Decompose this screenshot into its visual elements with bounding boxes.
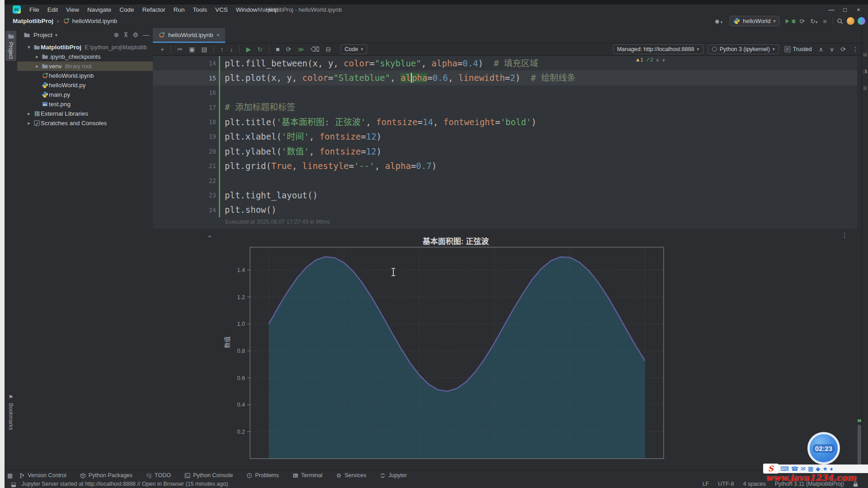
code-line-15[interactable]: 15plt.plot(x, y, color="Slateblue", alph… [153, 70, 857, 85]
code-line-23[interactable]: 23plt.tight_layout() [153, 188, 857, 202]
stop-kernel-icon[interactable]: ■ [273, 46, 283, 53]
code-line-17[interactable]: 17# 添加标题和标签 [153, 100, 857, 114]
jupyter-server-select[interactable]: Managed: http://localhost:8888 ▾ [613, 44, 703, 54]
debug-button[interactable] [790, 18, 797, 24]
tree-chevron-icon[interactable]: ▾ [25, 44, 33, 50]
code-line-24[interactable]: 24plt.show() [153, 202, 857, 217]
right-stripe-icon-1[interactable]: ◨ [863, 69, 867, 74]
search-everywhere-icon[interactable] [836, 18, 844, 25]
run-cell-icon[interactable]: ▶ [243, 46, 254, 53]
kernel-select[interactable]: Python 3 (ipykernel) ▾ [708, 44, 779, 54]
tree-item-matplotlibproj[interactable]: ▾MatplotlibProjE:\python_proj\Matplotlib [17, 42, 153, 52]
collapse-all-icon[interactable]: ⊼ [123, 31, 128, 38]
prev-cell-icon[interactable]: ∧ [816, 46, 826, 53]
minimize-button[interactable]: — [825, 5, 838, 15]
project-panel-title[interactable]: Project [33, 32, 52, 38]
trusted-checkbox[interactable]: ✓ Trusted [784, 46, 812, 52]
toolwindow-problems[interactable]: Problems [246, 472, 279, 479]
avatar[interactable] [847, 17, 854, 25]
collapse-output-icon[interactable]: ⌄ [207, 231, 212, 239]
right-stripe-icon-0[interactable]: ▤ [863, 52, 867, 57]
run-button[interactable] [784, 18, 790, 24]
delete-cell-icon[interactable]: ⊟ [323, 46, 335, 53]
tree-item-main-py[interactable]: main.py [17, 90, 153, 99]
toolwindow-jupyter[interactable]: Jupyter [380, 472, 407, 479]
stop-button[interactable]: ■ [821, 18, 830, 25]
tree-item--ipynb-checkpoints[interactable]: ▸.ipynb_checkpoints [17, 52, 153, 61]
tool-stripe-bookmarks-tab[interactable]: ⚑ Bookmarks [5, 394, 16, 430]
menu-window[interactable]: Window [232, 5, 262, 15]
right-stripe-icon-2[interactable]: ▥ [863, 85, 867, 90]
code-cell[interactable]: 14plt.fill_between(x, y, color="skyblue"… [153, 56, 857, 229]
run-all-icon[interactable]: ↻ [254, 46, 266, 53]
output-options-kebab-icon[interactable]: ⋮ [841, 231, 848, 239]
code-line-19[interactable]: 19plt.xlabel('时间', fontsize=12) [153, 129, 857, 144]
tab-helloworld-ipynb[interactable]: helloWorld.ipynb × [153, 28, 225, 43]
menu-file[interactable]: File [25, 5, 43, 15]
maximize-button[interactable]: □ [838, 5, 852, 15]
code-line-16[interactable]: 16 [153, 85, 857, 100]
toolwindow-python-console[interactable]: Python Console [184, 472, 233, 479]
copy-cell-icon[interactable]: ▣ [186, 46, 198, 53]
tree-item-helloworld-py[interactable]: helloWorld.py [17, 80, 153, 90]
status-message[interactable]: Jupyter Server started at http://localho… [22, 481, 228, 487]
code-line-14[interactable]: 14plt.fill_between(x, y, color="skyblue"… [153, 56, 857, 70]
chevron-up-icon[interactable]: ∧ [656, 57, 659, 62]
restart-kernel-icon[interactable]: ⟳ [283, 46, 294, 53]
pycharm-logo-icon[interactable]: PC [13, 5, 21, 14]
tool-windows-grid-icon[interactable]: ▦ [7, 472, 13, 479]
tree-item-test-png[interactable]: test.png [17, 99, 153, 109]
select-opened-file-icon[interactable]: ⊕ [113, 31, 119, 38]
tab-close-icon[interactable]: × [217, 32, 220, 38]
encoding-widget[interactable]: UTF-8 [718, 481, 734, 487]
tree-chevron-icon[interactable]: ▸ [25, 120, 33, 126]
cell-type-select[interactable]: Code ▾ [340, 44, 367, 54]
menu-edit[interactable]: Edit [43, 5, 62, 15]
toolwindow-version-control[interactable]: Version Control [19, 472, 66, 479]
tool-stripe-project-tab[interactable]: Project [5, 31, 16, 61]
menu-code[interactable]: Code [115, 5, 138, 15]
toolwindow-terminal[interactable]: Terminal [292, 472, 322, 479]
chevron-down-icon[interactable]: ∨ [662, 57, 665, 62]
menu-navigate[interactable]: Navigate [83, 5, 115, 15]
hide-panel-icon[interactable]: — [143, 31, 149, 38]
tree-chevron-icon[interactable]: ▸ [33, 63, 41, 69]
menu-run[interactable]: Run [170, 5, 189, 15]
tree-item-helloworld-ipynb[interactable]: helloWorld.ipynb [17, 71, 153, 80]
close-button[interactable]: × [852, 5, 865, 15]
toolwindow-python-packages[interactable]: Python Packages [80, 472, 132, 479]
settings-gradient-icon[interactable] [858, 17, 865, 25]
editor-scrollbar[interactable] [858, 425, 861, 466]
code-line-20[interactable]: 20plt.ylabel('数值', fontsize=12) [153, 144, 857, 159]
paste-cell-icon[interactable]: ▤ [198, 46, 210, 53]
menu-refactor[interactable]: Refactor [138, 5, 170, 15]
tree-chevron-icon[interactable]: ▸ [25, 111, 33, 117]
run-with-coverage-button[interactable]: ↻▾ [807, 18, 820, 25]
run-configuration-select[interactable]: helloWorld ▾ [730, 16, 779, 26]
breadcrumb-project[interactable]: MatplotlibProj [13, 18, 53, 24]
code-line-21[interactable]: 21plt.grid(True, linestyle='--', alpha=0… [153, 159, 857, 173]
tree-item-external-libraries[interactable]: ▸External Libraries [17, 109, 153, 118]
clear-outputs-icon[interactable]: ⌫ [307, 46, 323, 53]
panel-options-gear-icon[interactable]: ⚙ [132, 31, 138, 38]
run-all-below-icon[interactable]: ≫ [294, 46, 307, 53]
next-cell-icon[interactable]: ∨ [826, 46, 837, 53]
line-ending-widget[interactable]: LF [703, 481, 709, 487]
add-cell-icon[interactable]: + [157, 46, 167, 53]
tree-chevron-icon[interactable]: ▸ [33, 54, 41, 60]
inspections-widget[interactable]: ▲1 ✓2 ∧ ∨ [632, 56, 669, 64]
menu-vcs[interactable]: VCS [211, 5, 232, 15]
move-cell-up-icon[interactable]: ↑ [217, 46, 226, 53]
profile-button[interactable]: ⟳ [797, 18, 808, 25]
code-line-22[interactable]: 22 [153, 174, 857, 188]
breadcrumb-file[interactable]: helloWorld.ipynb [72, 18, 118, 24]
tree-item-venv[interactable]: ▸venvlibrary root [17, 61, 153, 71]
cut-cell-icon[interactable]: ✂ [174, 46, 186, 53]
refresh-icon[interactable]: ⟳ [837, 46, 849, 53]
indent-widget[interactable]: 4 spaces [743, 481, 766, 487]
toolwindow-services[interactable]: Services [336, 472, 366, 479]
user-account-icon[interactable]: ☻▾ [711, 18, 725, 25]
move-cell-down-icon[interactable]: ↓ [226, 46, 236, 53]
toolwindow-todo[interactable]: TODO [146, 472, 171, 479]
menu-tools[interactable]: Tools [189, 5, 211, 15]
